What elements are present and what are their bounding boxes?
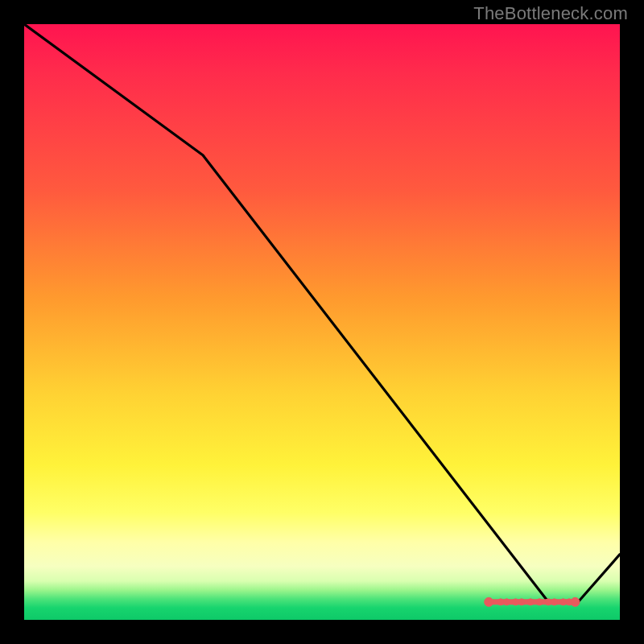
marker-dot xyxy=(571,597,580,606)
marker-dot xyxy=(560,599,567,605)
marker-dot xyxy=(503,599,510,605)
chart-svg xyxy=(24,24,620,620)
bottleneck-curve xyxy=(24,24,620,602)
marker-group xyxy=(485,597,580,606)
marker-dot xyxy=(551,599,558,605)
marker-dot xyxy=(527,599,534,605)
marker-dot xyxy=(536,599,543,605)
plot-area xyxy=(24,24,620,620)
marker-dot xyxy=(513,599,519,605)
chart-root: TheBottleneck.com xyxy=(0,0,644,644)
watermark-text: TheBottleneck.com xyxy=(473,3,628,24)
marker-dot xyxy=(485,597,493,606)
marker-dot xyxy=(497,599,504,605)
marker-dot xyxy=(545,599,551,605)
marker-dot xyxy=(518,599,525,605)
